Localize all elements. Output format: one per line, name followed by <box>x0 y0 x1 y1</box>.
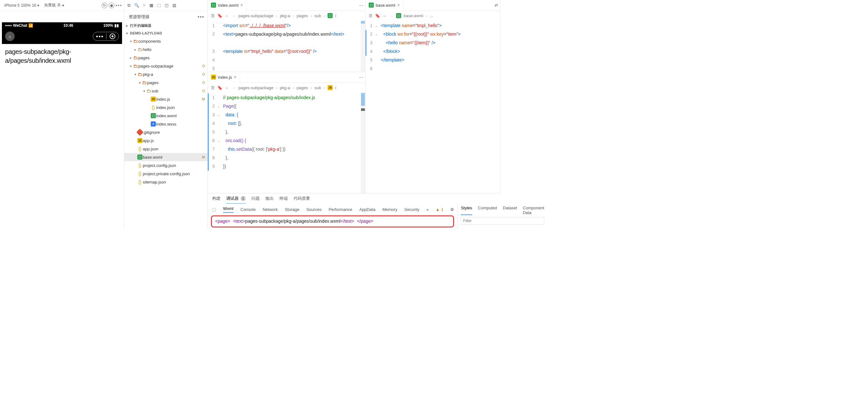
devtool-tab-performance[interactable]: Performance <box>329 207 352 212</box>
stop-icon[interactable]: ◉ <box>108 3 114 8</box>
warning-badge[interactable]: ▲ 1 <box>436 207 443 212</box>
panel-tab-problems[interactable]: 问题 <box>251 195 260 202</box>
list-icon[interactable]: ☰ <box>211 13 215 18</box>
files-icon[interactable]: ⧉ <box>127 3 130 8</box>
tab-index-js[interactable]: JSindex.js× <box>208 72 240 83</box>
panel-tab-output[interactable]: 输出 <box>266 195 274 202</box>
inspect-icon[interactable]: ⬚ <box>212 207 216 212</box>
extensions-icon[interactable]: ▦ <box>150 3 153 8</box>
explorer-more-icon[interactable] <box>198 16 204 18</box>
tree-folder-components[interactable]: ▾🗀components <box>124 37 208 45</box>
tree-file-index-wxml[interactable]: ⬚index.wxml <box>124 112 208 120</box>
side-tab-styles[interactable]: Styles <box>461 206 472 215</box>
status-bar: •••••WeChat📶 10:46 100%▮▮ <box>2 22 122 29</box>
explorer-header: 资源管理器 <box>124 11 208 22</box>
device-screen: •••••WeChat📶 10:46 100%▮▮ ⌂ pages-subpac… <box>2 22 122 68</box>
tree-folder-pages-subpackage[interactable]: ▾🗀pages-subpackage <box>124 62 208 70</box>
more-icon[interactable] <box>116 5 121 6</box>
panel-tab-debug[interactable]: 调试器1 <box>226 195 246 204</box>
docker-icon[interactable]: ◫ <box>165 3 168 8</box>
compare-icon[interactable]: ⇄ <box>495 3 498 8</box>
side-tab-component-data[interactable]: Component Data <box>523 206 544 215</box>
forward-icon[interactable]: → <box>232 13 236 18</box>
simulator-toolbar: iPhone 5100%16 ▾ 热重载 关 ▾ ↻ ◉ <box>0 0 124 11</box>
tree-file-index-js[interactable]: JSindex.jsM <box>124 95 208 103</box>
devtool-tab-memory[interactable]: Memory <box>382 207 397 212</box>
close-icon[interactable]: × <box>240 3 243 8</box>
tree-file-gitignore[interactable]: .gitignore <box>124 128 208 136</box>
back-icon[interactable]: ← <box>383 13 387 18</box>
opened-editors-section[interactable]: ▸打开的编辑器 <box>124 22 208 29</box>
side-tab-dataset[interactable]: Dataset <box>503 206 517 215</box>
breadcrumb[interactable]: ☰ 🔖 ← → ⬚ base.wxml›... <box>366 11 500 21</box>
devtool-tab-network[interactable]: Network <box>262 207 278 212</box>
dom-tree[interactable]: <page> <text>pages-subpackage/pkg-a/page… <box>211 215 454 227</box>
forward-icon[interactable]: → <box>232 85 236 90</box>
refresh-icon[interactable]: ↻ <box>102 3 107 8</box>
code-editor-index-wxml[interactable]: 12345 <import src="../../../../base.wxml… <box>208 21 365 72</box>
layout-icon[interactable]: ▥ <box>173 3 176 8</box>
devtool-tab-storage[interactable]: Storage <box>285 207 300 212</box>
page-content: pages-subpackage/pkg-a/pages/sub/index.w… <box>2 44 122 68</box>
list-icon[interactable]: ☰ <box>369 13 372 18</box>
explorer-toolbar: ⧉ 🔍 ⑂ ▦ ⬚ ◫ ▥ <box>124 0 208 11</box>
tree-file-index-wxss[interactable]: #index.wxss <box>124 120 208 128</box>
tree-file-sitemap[interactable]: {}sitemap.json <box>124 178 208 186</box>
back-icon[interactable]: ← <box>225 85 229 90</box>
nav-bar: ⌂ <box>2 29 122 44</box>
breadcrumb[interactable]: ☰ 🔖 ← → pages-subpackage› pkg-a› pages› … <box>208 83 365 92</box>
panel-tab-quality[interactable]: 代码质量 <box>293 195 310 202</box>
tree-file-app-json[interactable]: {}app.json <box>124 145 208 153</box>
more-icon[interactable]: ⋯ <box>359 75 363 80</box>
tree-file-index-json[interactable]: {}index.json <box>124 103 208 112</box>
devtool-tab-wxml[interactable]: Wxml <box>223 206 234 213</box>
tree-folder-pkg-a[interactable]: ▾🗀pkg-a <box>124 70 208 79</box>
hot-reload-select[interactable]: 热重载 关 ▾ <box>42 2 66 9</box>
project-section[interactable]: ▾DEMO-LAZYLOAD <box>124 29 208 37</box>
breadcrumb[interactable]: ☰ 🔖 ← → pages-subpackage› pkg-a› pages› … <box>208 11 365 21</box>
bottom-panel: 构建 调试器1 问题 输出 终端 代码质量 ⬚ Wxml Console Net… <box>208 193 500 229</box>
gear-icon[interactable]: ⚙ <box>450 207 454 212</box>
back-icon[interactable]: ← <box>225 13 229 18</box>
tree-file-project-private[interactable]: {}project.private.config.json <box>124 170 208 178</box>
search-icon[interactable]: 🔍 <box>134 3 139 8</box>
devtool-tab-appdata[interactable]: AppData <box>360 207 376 212</box>
close-icon[interactable]: × <box>397 3 400 8</box>
home-icon[interactable]: ⌂ <box>5 32 15 41</box>
tab-base-wxml[interactable]: ⬚base.wxml× <box>366 0 403 11</box>
devtool-tab-console[interactable]: Console <box>241 207 256 212</box>
devtool-tab-security[interactable]: Security <box>404 207 419 212</box>
list-icon[interactable]: ☰ <box>211 85 215 90</box>
tree-file-base-wxml[interactable]: ⬚base.wxmlM <box>124 153 208 161</box>
more-icon[interactable]: ⋯ <box>359 3 363 8</box>
close-icon[interactable]: × <box>234 74 237 80</box>
tree-folder-hello[interactable]: ▸🗀hello <box>124 45 208 54</box>
code-editor-base-wxml[interactable]: 123456 ⌄⌄ <template name="tmpl_hello"> <… <box>366 21 500 193</box>
tree-folder-pages[interactable]: ▸🗀pages <box>124 54 208 62</box>
tree-file-app-js[interactable]: JSapp.js <box>124 136 208 145</box>
capsule-button[interactable] <box>93 32 119 41</box>
branch-icon[interactable]: ⑂ <box>143 3 146 8</box>
bookmark-icon[interactable]: 🔖 <box>217 85 222 90</box>
tree-file-project-config[interactable]: {}project.config.json <box>124 161 208 170</box>
explorer-panel: ⧉ 🔍 ⑂ ▦ ⬚ ◫ ▥ 资源管理器 ▸打开的编辑器 ▾DEMO-LAZYLO… <box>124 0 208 229</box>
devtool-more-icon[interactable]: » <box>426 207 429 212</box>
devtool-tab-sources[interactable]: Sources <box>306 207 321 212</box>
panel-tab-build[interactable]: 构建 <box>212 195 220 202</box>
bookmark-icon[interactable]: 🔖 <box>375 13 380 18</box>
editors-area: ⬚index.wxml× ⋯ ☰ 🔖 ← → pages-subpackage›… <box>208 0 500 229</box>
bookmark-icon[interactable]: 🔖 <box>217 13 222 18</box>
device-select[interactable]: iPhone 5100%16 ▾ <box>3 3 41 8</box>
side-tab-computed[interactable]: Computed <box>478 206 497 215</box>
filter-input[interactable] <box>461 217 544 225</box>
tab-index-wxml[interactable]: ⬚index.wxml× <box>208 0 246 11</box>
tree-folder-sub[interactable]: ▾🗀sub <box>124 87 208 95</box>
code-editor-index-js[interactable]: 123456789 ⌄⌄⌄ // pages-subpackage/pkg-a/… <box>208 92 365 193</box>
simulator-panel: iPhone 5100%16 ▾ 热重载 关 ▾ ↻ ◉ •••••WeChat… <box>0 0 124 229</box>
tree-folder-pages-inner[interactable]: ▾🗀pages <box>124 79 208 87</box>
box-icon[interactable]: ⬚ <box>157 3 161 8</box>
panel-tab-terminal[interactable]: 终端 <box>279 195 288 202</box>
forward-icon[interactable]: → <box>390 13 394 18</box>
